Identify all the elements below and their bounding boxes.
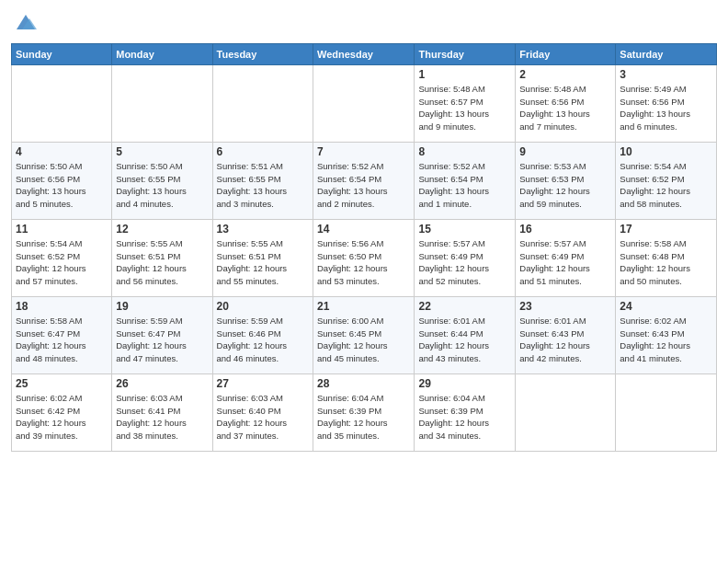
day-info: Sunrise: 5:55 AM Sunset: 6:51 PM Dayligh… [116, 237, 208, 288]
weekday-header-row: SundayMondayTuesdayWednesdayThursdayFrid… [12, 43, 717, 64]
week-row-3: 11Sunrise: 5:54 AM Sunset: 6:52 PM Dayli… [12, 219, 717, 296]
day-number: 6 [217, 145, 309, 158]
day-number: 29 [418, 377, 511, 390]
weekday-header-sunday: Sunday [12, 43, 112, 64]
day-info: Sunrise: 5:50 AM Sunset: 6:55 PM Dayligh… [116, 160, 208, 211]
day-info: Sunrise: 5:48 AM Sunset: 6:56 PM Dayligh… [519, 83, 611, 133]
day-info: Sunrise: 5:50 AM Sunset: 6:56 PM Dayligh… [16, 160, 108, 211]
day-number: 21 [317, 300, 410, 313]
day-info: Sunrise: 5:58 AM Sunset: 6:48 PM Dayligh… [620, 237, 712, 288]
calendar-cell: 15Sunrise: 5:57 AM Sunset: 6:49 PM Dayli… [415, 219, 516, 296]
day-number: 27 [217, 377, 309, 390]
day-number: 18 [16, 300, 108, 313]
calendar-table: SundayMondayTuesdayWednesdayThursdayFrid… [11, 43, 717, 452]
day-info: Sunrise: 6:00 AM Sunset: 6:45 PM Dayligh… [317, 315, 410, 365]
day-info: Sunrise: 5:51 AM Sunset: 6:55 PM Dayligh… [217, 160, 309, 211]
calendar-cell: 29Sunrise: 6:04 AM Sunset: 6:39 PM Dayli… [415, 373, 516, 451]
calendar-cell: 6Sunrise: 5:51 AM Sunset: 6:55 PM Daylig… [212, 142, 313, 219]
calendar-cell: 11Sunrise: 5:54 AM Sunset: 6:52 PM Dayli… [12, 219, 112, 296]
day-number: 7 [317, 145, 410, 158]
calendar-cell [616, 373, 717, 451]
day-number: 15 [418, 223, 511, 236]
week-row-1: 1Sunrise: 5:48 AM Sunset: 6:57 PM Daylig… [12, 64, 717, 142]
day-info: Sunrise: 5:49 AM Sunset: 6:56 PM Dayligh… [620, 83, 712, 133]
day-number: 3 [620, 68, 712, 81]
day-info: Sunrise: 5:53 AM Sunset: 6:53 PM Dayligh… [519, 160, 611, 211]
day-info: Sunrise: 5:56 AM Sunset: 6:50 PM Dayligh… [317, 237, 410, 288]
day-info: Sunrise: 6:03 AM Sunset: 6:41 PM Dayligh… [116, 392, 208, 442]
calendar-cell: 14Sunrise: 5:56 AM Sunset: 6:50 PM Dayli… [313, 219, 415, 296]
day-number: 9 [519, 145, 611, 158]
calendar-cell: 2Sunrise: 5:48 AM Sunset: 6:56 PM Daylig… [516, 64, 616, 142]
weekday-header-tuesday: Tuesday [212, 43, 313, 64]
calendar-cell: 27Sunrise: 6:03 AM Sunset: 6:40 PM Dayli… [212, 373, 313, 451]
day-number: 24 [620, 300, 712, 313]
day-number: 19 [116, 300, 208, 313]
day-number: 22 [418, 300, 511, 313]
calendar-cell: 18Sunrise: 5:58 AM Sunset: 6:47 PM Dayli… [12, 296, 112, 373]
day-number: 12 [116, 223, 208, 236]
calendar-cell: 8Sunrise: 5:52 AM Sunset: 6:54 PM Daylig… [415, 142, 516, 219]
header [11, 9, 717, 38]
day-info: Sunrise: 5:58 AM Sunset: 6:47 PM Dayligh… [16, 315, 108, 365]
calendar-cell: 25Sunrise: 6:02 AM Sunset: 6:42 PM Dayli… [12, 373, 112, 451]
calendar-cell: 12Sunrise: 5:55 AM Sunset: 6:51 PM Dayli… [112, 219, 212, 296]
logo-icon [13, 13, 39, 33]
day-number: 11 [16, 223, 108, 236]
day-info: Sunrise: 5:48 AM Sunset: 6:57 PM Dayligh… [418, 83, 511, 133]
day-number: 25 [16, 377, 108, 390]
calendar-cell: 17Sunrise: 5:58 AM Sunset: 6:48 PM Dayli… [616, 219, 717, 296]
calendar-cell: 10Sunrise: 5:54 AM Sunset: 6:52 PM Dayli… [616, 142, 717, 219]
day-info: Sunrise: 5:57 AM Sunset: 6:49 PM Dayligh… [418, 237, 511, 288]
logo-text [11, 13, 39, 38]
week-row-2: 4Sunrise: 5:50 AM Sunset: 6:56 PM Daylig… [12, 142, 717, 219]
day-info: Sunrise: 5:57 AM Sunset: 6:49 PM Dayligh… [519, 237, 611, 288]
calendar-cell [12, 64, 112, 142]
day-number: 5 [116, 145, 208, 158]
day-info: Sunrise: 5:54 AM Sunset: 6:52 PM Dayligh… [620, 160, 712, 211]
day-info: Sunrise: 5:55 AM Sunset: 6:51 PM Dayligh… [217, 237, 309, 288]
calendar-cell: 26Sunrise: 6:03 AM Sunset: 6:41 PM Dayli… [112, 373, 212, 451]
day-number: 20 [217, 300, 309, 313]
calendar-cell [516, 373, 616, 451]
day-info: Sunrise: 5:52 AM Sunset: 6:54 PM Dayligh… [418, 160, 511, 211]
calendar-cell [313, 64, 415, 142]
day-info: Sunrise: 6:02 AM Sunset: 6:43 PM Dayligh… [620, 315, 712, 365]
calendar-cell: 13Sunrise: 5:55 AM Sunset: 6:51 PM Dayli… [212, 219, 313, 296]
calendar-cell: 22Sunrise: 6:01 AM Sunset: 6:44 PM Dayli… [415, 296, 516, 373]
day-info: Sunrise: 6:03 AM Sunset: 6:40 PM Dayligh… [217, 392, 309, 442]
calendar-cell: 19Sunrise: 5:59 AM Sunset: 6:47 PM Dayli… [112, 296, 212, 373]
weekday-header-monday: Monday [112, 43, 212, 64]
calendar-cell: 24Sunrise: 6:02 AM Sunset: 6:43 PM Dayli… [616, 296, 717, 373]
weekday-header-thursday: Thursday [415, 43, 516, 64]
calendar-cell: 9Sunrise: 5:53 AM Sunset: 6:53 PM Daylig… [516, 142, 616, 219]
day-number: 10 [620, 145, 712, 158]
day-number: 2 [519, 68, 611, 81]
day-info: Sunrise: 6:04 AM Sunset: 6:39 PM Dayligh… [317, 392, 410, 442]
calendar-cell: 20Sunrise: 5:59 AM Sunset: 6:46 PM Dayli… [212, 296, 313, 373]
day-number: 26 [116, 377, 208, 390]
day-info: Sunrise: 5:54 AM Sunset: 6:52 PM Dayligh… [16, 237, 108, 288]
day-number: 8 [418, 145, 511, 158]
day-number: 16 [519, 223, 611, 236]
page-container: SundayMondayTuesdayWednesdayThursdayFrid… [0, 0, 728, 459]
day-number: 17 [620, 223, 712, 236]
day-info: Sunrise: 6:04 AM Sunset: 6:39 PM Dayligh… [418, 392, 511, 442]
day-number: 4 [16, 145, 108, 158]
calendar-cell: 3Sunrise: 5:49 AM Sunset: 6:56 PM Daylig… [616, 64, 717, 142]
day-info: Sunrise: 6:02 AM Sunset: 6:42 PM Dayligh… [16, 392, 108, 442]
calendar-cell: 21Sunrise: 6:00 AM Sunset: 6:45 PM Dayli… [313, 296, 415, 373]
day-number: 14 [317, 223, 410, 236]
weekday-header-friday: Friday [516, 43, 616, 64]
weekday-header-wednesday: Wednesday [313, 43, 415, 64]
day-info: Sunrise: 5:59 AM Sunset: 6:47 PM Dayligh… [116, 315, 208, 365]
day-info: Sunrise: 5:59 AM Sunset: 6:46 PM Dayligh… [217, 315, 309, 365]
calendar-cell: 7Sunrise: 5:52 AM Sunset: 6:54 PM Daylig… [313, 142, 415, 219]
day-info: Sunrise: 6:01 AM Sunset: 6:44 PM Dayligh… [418, 315, 511, 365]
day-info: Sunrise: 5:52 AM Sunset: 6:54 PM Dayligh… [317, 160, 410, 211]
calendar-cell: 1Sunrise: 5:48 AM Sunset: 6:57 PM Daylig… [415, 64, 516, 142]
calendar-cell [112, 64, 212, 142]
day-info: Sunrise: 6:01 AM Sunset: 6:43 PM Dayligh… [519, 315, 611, 365]
day-number: 28 [317, 377, 410, 390]
calendar-cell [212, 64, 313, 142]
